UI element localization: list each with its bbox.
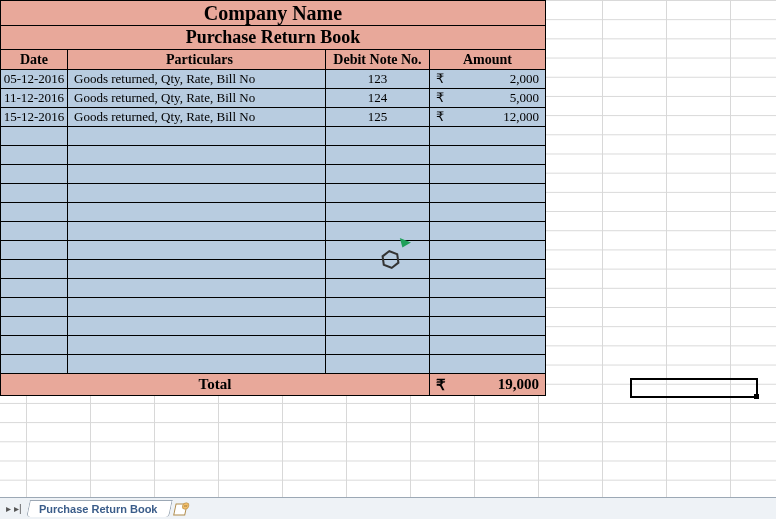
- table-row[interactable]: [0, 260, 546, 279]
- sheet-tab[interactable]: Purchase Return Book: [26, 500, 172, 517]
- table-row[interactable]: [0, 184, 546, 203]
- tab-nav-buttons: ▸ ▸|: [0, 503, 28, 514]
- nav-first-icon[interactable]: ▸: [6, 503, 11, 514]
- cell-debit-note[interactable]: 125: [326, 108, 430, 127]
- cell-date[interactable]: [0, 260, 68, 279]
- cell-particulars[interactable]: [68, 355, 326, 374]
- cell-particulars[interactable]: [68, 279, 326, 298]
- table-row[interactable]: [0, 222, 546, 241]
- table-row[interactable]: [0, 165, 546, 184]
- cell-amount[interactable]: ₹2,000: [430, 70, 546, 89]
- cell-amount[interactable]: [430, 279, 546, 298]
- cell-amount[interactable]: [430, 146, 546, 165]
- table-row[interactable]: [0, 336, 546, 355]
- cell-date[interactable]: 05-12-2016: [0, 70, 68, 89]
- cell-particulars[interactable]: [68, 165, 326, 184]
- table-row[interactable]: 11-12-2016Goods returned, Qty, Rate, Bil…: [0, 89, 546, 108]
- sheet-tab-bar: ▸ ▸| Purchase Return Book: [0, 497, 776, 519]
- cell-amount[interactable]: ₹5,000: [430, 89, 546, 108]
- currency-symbol: ₹: [436, 71, 444, 87]
- cell-date[interactable]: [0, 222, 68, 241]
- cell-amount[interactable]: [430, 355, 546, 374]
- header-particulars: Particulars: [68, 50, 326, 70]
- cell-amount[interactable]: ₹12,000: [430, 108, 546, 127]
- cell-date[interactable]: [0, 336, 68, 355]
- table-row[interactable]: [0, 203, 546, 222]
- total-value: 19,000: [498, 376, 539, 394]
- cell-amount[interactable]: [430, 127, 546, 146]
- table-row[interactable]: [0, 241, 546, 260]
- header-date: Date: [0, 50, 68, 70]
- cell-debit-note[interactable]: 124: [326, 89, 430, 108]
- table-row[interactable]: [0, 279, 546, 298]
- cell-amount[interactable]: [430, 165, 546, 184]
- cell-date[interactable]: [0, 241, 68, 260]
- cell-debit-note[interactable]: [326, 203, 430, 222]
- cell-particulars[interactable]: [68, 146, 326, 165]
- table-header: Date Particulars Debit Note No. Amount: [0, 50, 546, 70]
- cell-debit-note[interactable]: 123: [326, 70, 430, 89]
- cell-particulars[interactable]: [68, 336, 326, 355]
- header-amount: Amount: [430, 50, 546, 70]
- table-row[interactable]: [0, 146, 546, 165]
- cell-debit-note[interactable]: [326, 355, 430, 374]
- cell-date[interactable]: [0, 355, 68, 374]
- cell-particulars[interactable]: [68, 260, 326, 279]
- svg-point-1: [182, 502, 190, 508]
- cell-debit-note[interactable]: [326, 317, 430, 336]
- table-row[interactable]: [0, 127, 546, 146]
- cell-amount[interactable]: [430, 222, 546, 241]
- cell-date[interactable]: [0, 298, 68, 317]
- cell-debit-note[interactable]: [326, 222, 430, 241]
- cell-date[interactable]: [0, 146, 68, 165]
- header-debit-note: Debit Note No.: [326, 50, 430, 70]
- company-title: Company Name: [0, 0, 546, 26]
- sheet-tab-label: Purchase Return Book: [39, 503, 158, 515]
- amount-value: 2,000: [510, 71, 539, 87]
- cell-amount[interactable]: [430, 336, 546, 355]
- cell-debit-note[interactable]: [326, 184, 430, 203]
- cell-debit-note[interactable]: [326, 146, 430, 165]
- cell-debit-note[interactable]: [326, 127, 430, 146]
- cell-particulars[interactable]: Goods returned, Qty, Rate, Bill No: [68, 89, 326, 108]
- watermark-icon: ⬡: [372, 242, 408, 278]
- cell-amount[interactable]: [430, 298, 546, 317]
- cell-particulars[interactable]: [68, 298, 326, 317]
- cell-amount[interactable]: [430, 260, 546, 279]
- cell-debit-note[interactable]: [326, 336, 430, 355]
- cell-particulars[interactable]: [68, 317, 326, 336]
- cell-debit-note[interactable]: [326, 298, 430, 317]
- cell-date[interactable]: 15-12-2016: [0, 108, 68, 127]
- cell-amount[interactable]: [430, 241, 546, 260]
- table-row[interactable]: [0, 355, 546, 374]
- cell-date[interactable]: [0, 165, 68, 184]
- new-sheet-icon[interactable]: [173, 502, 192, 516]
- cell-particulars[interactable]: [68, 222, 326, 241]
- table-row[interactable]: 05-12-2016Goods returned, Qty, Rate, Bil…: [0, 70, 546, 89]
- cell-debit-note[interactable]: [326, 279, 430, 298]
- cell-particulars[interactable]: [68, 184, 326, 203]
- table-row[interactable]: [0, 298, 546, 317]
- cell-date[interactable]: 11-12-2016: [0, 89, 68, 108]
- cell-date[interactable]: [0, 203, 68, 222]
- nav-last-icon[interactable]: ▸|: [14, 503, 22, 514]
- active-cell-selection[interactable]: [630, 378, 758, 398]
- currency-symbol: ₹: [436, 90, 444, 106]
- cell-amount[interactable]: [430, 317, 546, 336]
- cell-date[interactable]: [0, 127, 68, 146]
- table-row[interactable]: [0, 317, 546, 336]
- cell-particulars[interactable]: [68, 127, 326, 146]
- amount-value: 12,000: [503, 109, 539, 125]
- cell-debit-note[interactable]: [326, 165, 430, 184]
- cell-particulars[interactable]: [68, 203, 326, 222]
- cell-amount[interactable]: [430, 203, 546, 222]
- cell-particulars[interactable]: Goods returned, Qty, Rate, Bill No: [68, 108, 326, 127]
- cell-date[interactable]: [0, 279, 68, 298]
- amount-value: 5,000: [510, 90, 539, 106]
- cell-date[interactable]: [0, 317, 68, 336]
- cell-particulars[interactable]: Goods returned, Qty, Rate, Bill No: [68, 70, 326, 89]
- cell-amount[interactable]: [430, 184, 546, 203]
- cell-date[interactable]: [0, 184, 68, 203]
- table-row[interactable]: 15-12-2016Goods returned, Qty, Rate, Bil…: [0, 108, 546, 127]
- cell-particulars[interactable]: [68, 241, 326, 260]
